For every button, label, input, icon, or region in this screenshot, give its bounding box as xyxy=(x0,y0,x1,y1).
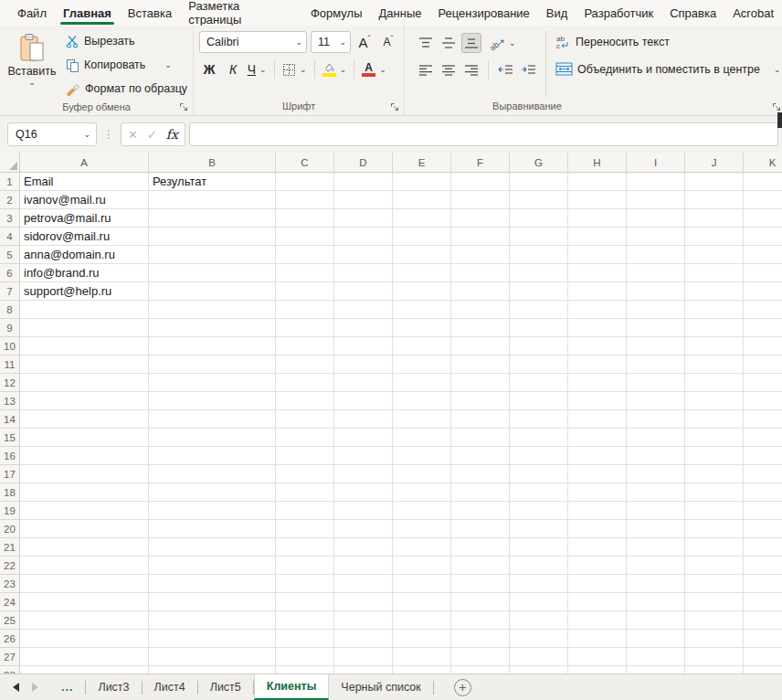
cell-K28[interactable] xyxy=(744,666,782,673)
menu-tab-Разметка страницы[interactable]: Разметка страницы xyxy=(182,0,301,26)
cell-C15[interactable] xyxy=(276,429,334,447)
cell-A14[interactable] xyxy=(20,410,149,429)
cell-I17[interactable] xyxy=(627,465,685,483)
cell-G25[interactable] xyxy=(510,611,568,630)
cell-D6[interactable] xyxy=(334,264,393,282)
cell-H20[interactable] xyxy=(568,520,627,538)
sheet-tab-Клиенты[interactable]: Клиенты xyxy=(254,674,330,700)
cell-E1[interactable] xyxy=(393,173,451,191)
cell-B14[interactable] xyxy=(149,410,276,429)
cell-H16[interactable] xyxy=(568,447,627,465)
cell-H24[interactable] xyxy=(568,593,627,611)
cell-K2[interactable] xyxy=(744,191,782,209)
cell-G8[interactable] xyxy=(510,301,568,319)
orientation-button[interactable]: ab ⌄ xyxy=(490,33,516,53)
cell-J15[interactable] xyxy=(685,429,744,447)
cell-A17[interactable] xyxy=(20,465,149,483)
cell-F9[interactable] xyxy=(451,319,510,337)
menu-tab-Данные[interactable]: Данные xyxy=(372,0,428,26)
cell-G28[interactable] xyxy=(510,666,568,673)
cell-H3[interactable] xyxy=(568,209,627,228)
cell-I7[interactable] xyxy=(627,282,685,301)
cell-D13[interactable] xyxy=(334,392,393,410)
align-right-button[interactable] xyxy=(461,60,481,80)
row-header-14[interactable]: 14 xyxy=(0,410,20,429)
cell-A11[interactable] xyxy=(20,355,149,374)
cell-D19[interactable] xyxy=(334,502,393,520)
chevron-down-icon[interactable]: ⌄ xyxy=(164,61,172,69)
cell-A15[interactable] xyxy=(20,429,149,447)
cell-C17[interactable] xyxy=(276,465,334,483)
cell-C6[interactable] xyxy=(276,264,334,282)
cell-F13[interactable] xyxy=(451,392,510,410)
cell-H8[interactable] xyxy=(568,301,627,319)
fill-color-button[interactable]: ⌄ xyxy=(322,59,347,80)
cell-E14[interactable] xyxy=(393,410,451,429)
cell-A3[interactable]: petrova@mail.ru xyxy=(20,209,149,228)
cell-G12[interactable] xyxy=(510,374,568,392)
cell-K8[interactable] xyxy=(744,301,782,319)
cell-K4[interactable] xyxy=(744,228,782,246)
cell-A7[interactable]: support@help.ru xyxy=(20,282,149,301)
align-center-button[interactable] xyxy=(439,60,459,80)
cell-G14[interactable] xyxy=(510,410,568,429)
cell-K1[interactable] xyxy=(744,173,782,191)
column-header-A[interactable]: A xyxy=(20,153,149,173)
cell-G21[interactable] xyxy=(510,538,568,557)
cell-C21[interactable] xyxy=(276,538,334,557)
cell-H10[interactable] xyxy=(568,337,627,355)
cell-I26[interactable] xyxy=(627,630,685,648)
cell-E7[interactable] xyxy=(393,282,451,301)
cell-C10[interactable] xyxy=(276,337,334,355)
cell-I19[interactable] xyxy=(627,502,685,520)
sheet-tab-Лист4[interactable]: Лист4 xyxy=(143,674,197,700)
cell-C5[interactable] xyxy=(276,246,334,264)
cell-I25[interactable] xyxy=(627,611,685,630)
cell-J6[interactable] xyxy=(685,264,744,282)
cell-A22[interactable] xyxy=(20,557,149,575)
row-header-22[interactable]: 22 xyxy=(0,557,20,575)
formula-bar-grip[interactable]: ⋮ xyxy=(100,128,117,141)
cell-G11[interactable] xyxy=(510,355,568,374)
dialog-launcher-icon[interactable] xyxy=(390,102,399,111)
cell-B8[interactable] xyxy=(149,301,276,319)
cell-F5[interactable] xyxy=(451,246,510,264)
add-sheet-button[interactable]: + xyxy=(454,679,471,696)
cell-F28[interactable] xyxy=(451,666,510,673)
cell-I4[interactable] xyxy=(627,228,685,246)
font-color-button[interactable]: А ⌄ xyxy=(362,59,386,80)
cell-H14[interactable] xyxy=(568,410,627,429)
menu-tab-Вставка[interactable]: Вставка xyxy=(122,0,178,26)
cell-G9[interactable] xyxy=(510,319,568,337)
font-size-combo[interactable]: 11 ⌄ xyxy=(311,31,351,53)
cell-B25[interactable] xyxy=(149,611,276,630)
menu-tab-Вид[interactable]: Вид xyxy=(540,0,575,26)
cell-D16[interactable] xyxy=(334,447,393,465)
cell-I10[interactable] xyxy=(627,337,685,355)
cell-B7[interactable] xyxy=(149,282,276,301)
cell-J11[interactable] xyxy=(685,355,744,374)
grow-font-button[interactable]: Aˆ xyxy=(354,32,375,52)
cell-F12[interactable] xyxy=(451,374,510,392)
cell-B26[interactable] xyxy=(149,630,276,648)
cell-D15[interactable] xyxy=(334,429,393,447)
cell-E20[interactable] xyxy=(393,520,451,538)
cell-A10[interactable] xyxy=(20,337,149,355)
cell-C1[interactable] xyxy=(276,173,334,191)
cell-G23[interactable] xyxy=(510,575,568,593)
cell-E25[interactable] xyxy=(393,611,451,630)
menu-tab-Формулы[interactable]: Формулы xyxy=(304,0,369,26)
cell-J10[interactable] xyxy=(685,337,744,355)
cell-E23[interactable] xyxy=(393,575,451,593)
cell-G6[interactable] xyxy=(510,264,568,282)
cell-C13[interactable] xyxy=(276,392,334,410)
cell-F15[interactable] xyxy=(451,429,510,447)
bold-button[interactable]: Ж xyxy=(199,59,219,80)
cell-K24[interactable] xyxy=(744,593,782,611)
cell-A20[interactable] xyxy=(20,520,149,538)
cell-A2[interactable]: ivanov@mail.ru xyxy=(20,191,149,209)
cell-C2[interactable] xyxy=(276,191,334,209)
cell-F19[interactable] xyxy=(451,502,510,520)
cell-F25[interactable] xyxy=(451,611,510,630)
row-header-5[interactable]: 5 xyxy=(0,246,20,264)
